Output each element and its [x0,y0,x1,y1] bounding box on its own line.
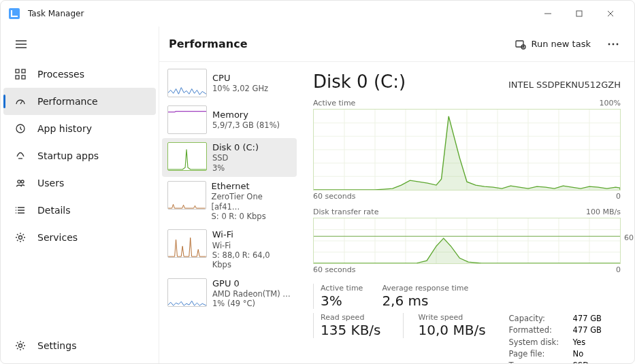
stat-label-active-time: Active time [321,284,363,293]
perf-item-sub2: S: 88,0 R: 64,0 Kbps [212,250,291,270]
perf-item-sub: AMD Radeon(TM) … [212,289,291,299]
prop-value: SSD [573,360,589,363]
ethernet-thumb-chart [167,181,206,210]
perf-item-wifi[interactable]: Wi-Fi Wi-Fi S: 88,0 R: 64,0 Kbps [162,225,297,274]
stat-label-read-speed: Read speed [321,313,381,322]
settings-icon [14,340,27,352]
nav-label: Details [37,205,71,216]
prop-key: Formatted: [509,325,564,336]
list-icon [14,204,27,216]
nav-label: Performance [37,96,98,107]
nav-item-performance[interactable]: Performance [3,88,156,115]
stat-label-avg-resp: Average response time [382,284,468,293]
disk-property-row: Formatted:477 GB [509,325,602,336]
perf-item-gpu-0[interactable]: GPU 0 AMD Radeon(TM) … 1% (49 °C) [162,274,297,313]
perf-item-sub: 5,9/7,3 GB (81%) [212,120,280,130]
stat-value-avg-resp: 2,6 ms [382,293,468,309]
chart2-label: Disk transfer rate [313,208,378,216]
nav-item-services[interactable]: Services [3,224,156,251]
disk-property-row: Type:SSD [509,360,602,363]
svg-rect-3 [16,76,19,79]
prop-value: 477 GB [573,313,602,325]
nav-item-processes[interactable]: Processes [3,61,156,88]
svg-rect-2 [22,69,25,73]
perf-item-cpu[interactable]: CPU 10% 3,02 GHz [162,65,297,101]
prop-key: Page file: [509,348,564,360]
more-button[interactable] [602,34,625,54]
startup-icon [14,150,27,162]
perf-item-name: CPU [212,73,268,84]
perf-item-disk-0[interactable]: Disk 0 (C:) SSD 3% [162,138,297,177]
svg-rect-10 [516,41,523,47]
close-button[interactable] [595,3,626,24]
prop-key: Type: [509,360,564,363]
prop-key: System disk: [509,337,564,348]
nav-item-startup-apps[interactable]: Startup apps [3,142,156,169]
active-time-chart-block: Active time 100% [313,99,621,201]
disk-property-row: System disk:Yes [509,337,602,348]
svg-point-9 [19,344,22,348]
nav-label: Processes [37,69,84,80]
run-task-label: Run new task [532,39,591,49]
svg-point-6 [18,180,20,183]
perf-item-memory[interactable]: Memory 5,9/7,3 GB (81%) [162,101,297,138]
svg-rect-0 [576,11,582,16]
nav-item-settings[interactable]: Settings [3,332,156,359]
page-title: Performance [169,37,248,50]
performance-list[interactable]: CPU 10% 3,02 GHz Memory 5,9/7,3 GB (81%) [159,62,299,363]
perf-item-name: GPU 0 [212,278,291,289]
perf-item-sub2: 1% (49 °C) [212,299,291,308]
wifi-thumb-chart [167,229,207,258]
prop-value: No [573,348,584,360]
disk-thumb-chart [167,142,207,171]
app-title: Task Manager [28,9,84,18]
active-time-chart [313,109,621,191]
perf-item-sub: Wi-Fi [212,241,291,250]
nav-label: App history [37,123,92,134]
perf-item-sub: ZeroTier One [af41… [212,192,291,212]
perf-item-name: Wi-Fi [212,229,291,240]
chart2-guide-label: 60 MB/s [624,233,634,242]
disk-model: INTEL SSDPEKNU512GZH [508,80,621,90]
perf-item-name: Memory [212,110,280,120]
minimize-button[interactable] [532,3,564,24]
stats-panel: Active time 3% Average response time 2,6… [313,284,621,309]
gear-icon [14,231,27,244]
memory-thumb-chart [167,105,207,134]
nav-item-app-history[interactable]: App history [3,115,156,142]
perf-item-name: Ethernet [212,181,291,192]
stat-value-active-time: 3% [321,293,363,309]
perf-item-sub: SSD [212,153,259,163]
history-icon [14,122,27,135]
run-new-task-button[interactable]: Run new task [510,36,596,52]
perf-item-sub2: 3% [212,163,259,173]
perf-item-sub: 10% 3,02 GHz [212,84,268,93]
disk-property-row: Capacity:477 GB [509,313,602,325]
prop-value: 477 GB [573,325,602,336]
cpu-thumb-chart [167,69,207,97]
chart1-max: 100% [600,99,621,107]
transfer-rate-chart: 60 MB/s [313,218,621,264]
svg-point-14 [617,43,619,45]
nav-label: Startup apps [37,150,99,161]
nav-item-users[interactable]: Users [3,169,156,197]
detail-title: Disk 0 (C:) [313,71,406,92]
chart2-xright: 0 [616,265,621,274]
svg-rect-1 [16,69,19,73]
grid-icon [14,68,27,80]
nav-sidebar: Processes Performance App history Startu… [1,27,159,363]
nav-item-details[interactable]: Details [3,197,156,224]
svg-rect-4 [22,76,25,79]
svg-point-12 [608,43,610,45]
chart1-xleft: 60 seconds [313,192,355,201]
app-icon [9,8,20,19]
perf-item-ethernet[interactable]: Ethernet ZeroTier One [af41… S: 0 R: 0 K… [162,177,297,225]
chart2-xleft: 60 seconds [313,265,355,274]
maximize-button[interactable] [564,3,595,24]
perf-item-name: Disk 0 (C:) [212,142,259,153]
nav-label: Users [37,178,64,188]
chart1-label: Active time [313,99,355,107]
hamburger-button[interactable] [7,32,35,56]
stat-value-read-speed: 135 KB/s [321,322,381,338]
perf-item-sub2: S: 0 R: 0 Kbps [212,212,291,221]
